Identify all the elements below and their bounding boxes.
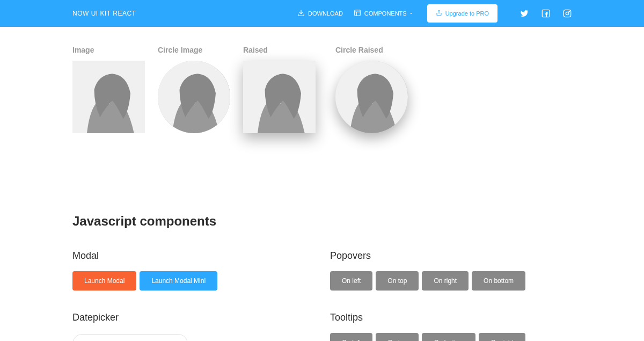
download-link[interactable]: DOWNLOAD — [297, 9, 343, 18]
tooltips-title: Tooltips — [330, 312, 572, 323]
main-container: Image Circle Image Raised Circle Raised … — [0, 27, 644, 341]
image-raised — [243, 61, 316, 133]
portrait-photo — [335, 61, 408, 133]
modal-buttons: Launch Modal Launch Modal Mini — [72, 271, 314, 291]
right-column: Popovers On left On top On right On bott… — [330, 250, 572, 341]
image-example: Image — [72, 46, 145, 133]
circle-raised-example: Circle Raised — [335, 46, 415, 133]
svg-rect-1 — [355, 10, 361, 16]
navbar: NOW UI KIT REACT DOWNLOAD COMPONENTS Upg… — [0, 0, 644, 27]
popover-left-button[interactable]: On left — [330, 271, 372, 291]
facebook-icon[interactable] — [541, 9, 550, 18]
tooltip-buttons: On left On top On bottom On right — [330, 333, 572, 341]
image-regular — [72, 61, 145, 133]
modal-title: Modal — [72, 250, 314, 262]
components-icon — [354, 9, 364, 18]
datepicker-input[interactable] — [72, 334, 188, 341]
svg-point-8 — [566, 12, 568, 14]
upload-icon — [436, 10, 445, 17]
circle-image-example: Circle Image — [158, 46, 230, 133]
raised-image-label: Raised — [243, 46, 323, 54]
popover-right-button[interactable]: On right — [422, 271, 469, 291]
js-section-title: Javascript components — [72, 214, 572, 229]
upgrade-button[interactable]: Upgrade to PRO — [427, 4, 497, 23]
image-circle-raised — [335, 61, 408, 133]
tooltip-right-button[interactable]: On right — [479, 333, 525, 341]
popovers-title: Popovers — [330, 250, 572, 262]
tooltip-top-button[interactable]: On top — [376, 333, 419, 341]
chevron-down-icon — [409, 10, 416, 17]
svg-rect-7 — [564, 10, 570, 17]
portrait-photo — [243, 61, 316, 133]
launch-modal-button[interactable]: Launch Modal — [72, 271, 136, 291]
tooltip-bottom-button[interactable]: On bottom — [422, 333, 475, 341]
launch-modal-mini-button[interactable]: Launch Modal Mini — [140, 271, 217, 291]
upgrade-label: Upgrade to PRO — [445, 10, 489, 17]
portrait-photo — [72, 61, 145, 133]
brand[interactable]: NOW UI KIT REACT — [72, 10, 136, 17]
left-column: Modal Launch Modal Launch Modal Mini Dat… — [72, 250, 314, 341]
circle-raised-label: Circle Raised — [335, 46, 415, 54]
download-label: DOWNLOAD — [308, 10, 343, 17]
image-circle — [158, 61, 230, 133]
tooltip-left-button[interactable]: On left — [330, 333, 372, 341]
twitter-icon[interactable] — [520, 9, 529, 18]
components-label: COMPONENTS — [364, 10, 407, 17]
images-row: Image Circle Image Raised Circle Raised — [72, 46, 572, 133]
image-label: Image — [72, 46, 145, 54]
popover-bottom-button[interactable]: On bottom — [472, 271, 525, 291]
circle-image-label: Circle Image — [158, 46, 230, 54]
svg-marker-4 — [410, 13, 412, 14]
js-components-row: Modal Launch Modal Launch Modal Mini Dat… — [72, 250, 572, 341]
download-icon — [297, 9, 308, 18]
popover-top-button[interactable]: On top — [376, 271, 419, 291]
svg-point-9 — [569, 11, 569, 12]
instagram-icon[interactable] — [563, 9, 572, 18]
portrait-photo — [158, 61, 230, 133]
components-dropdown[interactable]: COMPONENTS — [354, 9, 416, 18]
popover-buttons: On left On top On right On bottom — [330, 271, 572, 291]
datepicker-title: Datepicker — [72, 312, 314, 323]
raised-image-example: Raised — [243, 46, 323, 133]
